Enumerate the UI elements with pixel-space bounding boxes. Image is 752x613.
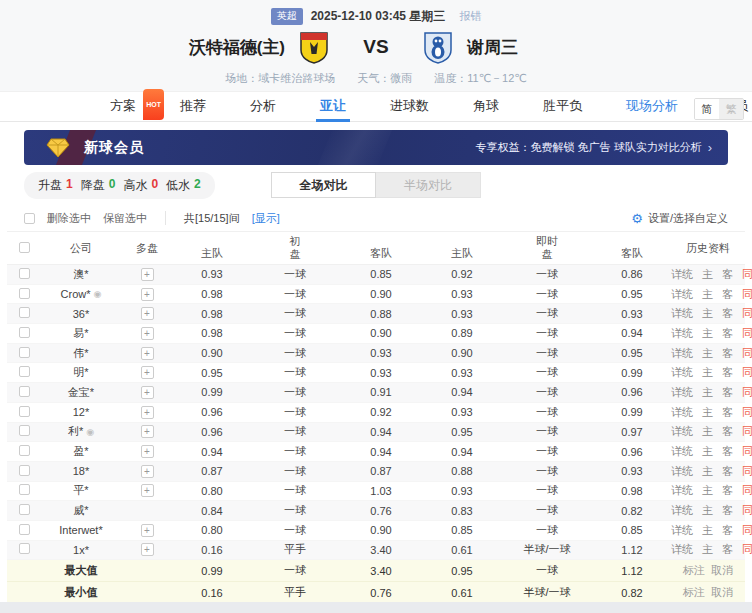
lang-traditional-button[interactable]: 繁: [719, 99, 743, 119]
history-detail-link[interactable]: 详统: [671, 444, 693, 459]
expand-multi-odds-button[interactable]: +: [141, 484, 154, 497]
expand-multi-odds-button[interactable]: +: [141, 288, 154, 301]
row-checkbox[interactable]: [19, 327, 30, 338]
row-checkbox[interactable]: [19, 504, 30, 515]
tab-full-match[interactable]: 全场对比: [271, 172, 376, 198]
history-same-link[interactable]: 同: [742, 483, 752, 498]
history-home-link[interactable]: 主: [702, 306, 713, 321]
history-home-link[interactable]: 主: [702, 523, 713, 538]
row-checkbox[interactable]: [19, 524, 30, 535]
history-detail-link[interactable]: 详统: [671, 405, 693, 420]
history-away-link[interactable]: 客: [722, 267, 733, 282]
row-checkbox[interactable]: [19, 366, 30, 377]
history-same-link[interactable]: 同: [742, 444, 752, 459]
banner-benefits[interactable]: 专享权益：免费解锁 免广告 球队实力对比分析 ›: [476, 140, 712, 155]
history-detail-link[interactable]: 详统: [671, 346, 693, 361]
row-checkbox[interactable]: [19, 484, 30, 495]
history-away-link[interactable]: 客: [722, 444, 733, 459]
row-checkbox[interactable]: [19, 445, 30, 456]
history-home-link[interactable]: 主: [702, 424, 713, 439]
history-home-link[interactable]: 主: [702, 483, 713, 498]
nav-tab[interactable]: 分析: [228, 91, 298, 122]
row-checkbox[interactable]: [19, 425, 30, 436]
cancel-link[interactable]: 取消: [711, 585, 733, 600]
nav-tab[interactable]: 推荐: [158, 91, 228, 122]
expand-multi-odds-button[interactable]: +: [141, 406, 154, 419]
history-same-link[interactable]: 同: [742, 306, 752, 321]
history-detail-link[interactable]: 详统: [671, 424, 693, 439]
history-away-link[interactable]: 客: [722, 503, 733, 518]
history-same-link[interactable]: 同: [742, 424, 752, 439]
history-away-link[interactable]: 客: [722, 385, 733, 400]
nav-tab[interactable]: 进球数: [368, 91, 451, 122]
history-detail-link[interactable]: 详统: [671, 287, 693, 302]
history-away-link[interactable]: 客: [722, 542, 733, 557]
history-detail-link[interactable]: 详统: [671, 464, 693, 479]
history-detail-link[interactable]: 详统: [671, 542, 693, 557]
history-home-link[interactable]: 主: [702, 365, 713, 380]
history-away-link[interactable]: 客: [722, 346, 733, 361]
history-home-link[interactable]: 主: [702, 503, 713, 518]
history-home-link[interactable]: 主: [702, 326, 713, 341]
history-away-link[interactable]: 客: [722, 326, 733, 341]
history-away-link[interactable]: 客: [722, 365, 733, 380]
history-same-link[interactable]: 同: [742, 542, 752, 557]
history-same-link[interactable]: 同: [742, 287, 752, 302]
row-checkbox[interactable]: [19, 288, 30, 299]
select-all-checkbox[interactable]: [24, 213, 35, 224]
history-same-link[interactable]: 同: [742, 267, 752, 282]
cancel-link[interactable]: 取消: [711, 563, 733, 578]
nav-tab[interactable]: 角球: [451, 91, 521, 122]
history-same-link[interactable]: 同: [742, 503, 752, 518]
history-home-link[interactable]: 主: [702, 287, 713, 302]
history-home-link[interactable]: 主: [702, 542, 713, 557]
keep-selected-button[interactable]: 保留选中: [103, 211, 147, 226]
mark-link[interactable]: 标注: [683, 563, 705, 578]
history-detail-link[interactable]: 详统: [671, 483, 693, 498]
nav-tab[interactable]: 现场分析: [604, 91, 700, 122]
history-detail-link[interactable]: 详统: [671, 365, 693, 380]
history-away-link[interactable]: 客: [722, 483, 733, 498]
report-error-link[interactable]: 报错: [459, 9, 481, 24]
lang-simplified-button[interactable]: 简: [695, 99, 719, 119]
tab-half-match[interactable]: 半场对比: [376, 172, 481, 198]
expand-multi-odds-button[interactable]: +: [141, 445, 154, 458]
expand-multi-odds-button[interactable]: +: [141, 366, 154, 379]
header-checkbox[interactable]: [19, 242, 30, 253]
expand-multi-odds-button[interactable]: +: [141, 327, 154, 340]
expand-multi-odds-button[interactable]: +: [141, 307, 154, 320]
history-detail-link[interactable]: 详统: [671, 503, 693, 518]
history-home-link[interactable]: 主: [702, 405, 713, 420]
expand-multi-odds-button[interactable]: +: [141, 465, 154, 478]
history-away-link[interactable]: 客: [722, 523, 733, 538]
row-checkbox[interactable]: [19, 268, 30, 279]
row-checkbox[interactable]: [19, 543, 30, 554]
history-away-link[interactable]: 客: [722, 287, 733, 302]
history-away-link[interactable]: 客: [722, 405, 733, 420]
history-away-link[interactable]: 客: [722, 306, 733, 321]
expand-multi-odds-button[interactable]: +: [141, 347, 154, 360]
nav-tab[interactable]: 方案 HOT: [88, 91, 158, 122]
row-checkbox[interactable]: [19, 406, 30, 417]
vip-banner[interactable]: 新球会员 专享权益：免费解锁 免广告 球队实力对比分析 ›: [24, 130, 728, 165]
history-home-link[interactable]: 主: [702, 464, 713, 479]
history-same-link[interactable]: 同: [742, 464, 752, 479]
nav-tab[interactable]: 亚让: [298, 91, 368, 122]
expand-multi-odds-button[interactable]: +: [141, 386, 154, 399]
history-same-link[interactable]: 同: [742, 405, 752, 420]
delete-selected-button[interactable]: 删除选中: [47, 211, 91, 226]
expand-multi-odds-button[interactable]: +: [141, 268, 154, 281]
history-detail-link[interactable]: 详统: [671, 306, 693, 321]
history-same-link[interactable]: 同: [742, 346, 752, 361]
history-away-link[interactable]: 客: [722, 464, 733, 479]
history-away-link[interactable]: 客: [722, 424, 733, 439]
row-checkbox[interactable]: [19, 347, 30, 358]
nav-tab[interactable]: 胜平负: [521, 91, 604, 122]
history-detail-link[interactable]: 详统: [671, 267, 693, 282]
history-detail-link[interactable]: 详统: [671, 326, 693, 341]
history-same-link[interactable]: 同: [742, 326, 752, 341]
history-home-link[interactable]: 主: [702, 385, 713, 400]
history-same-link[interactable]: 同: [742, 523, 752, 538]
history-same-link[interactable]: 同: [742, 385, 752, 400]
history-home-link[interactable]: 主: [702, 444, 713, 459]
